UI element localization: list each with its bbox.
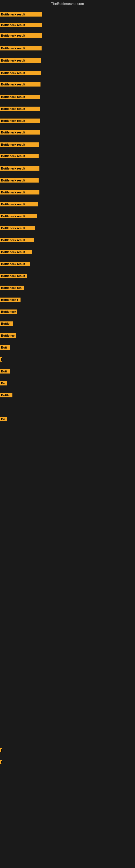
bottleneck-bar-row: Bottleneck result [0,106,40,112]
bottleneck-result-bar: | [0,760,2,764]
bottleneck-bar-row: Bottleneck result [0,130,40,135]
bottleneck-bar-row: Bottleneck result [0,12,42,18]
bottleneck-result-bar: Bottle [0,393,12,397]
bottleneck-bar-row: Bottleneck result [0,33,42,39]
bottleneck-result-bar: Bott [0,345,10,350]
bottleneck-result-bar: Bottleneck result [0,143,39,147]
bottleneck-bar-row: Bottleneck result [0,166,39,172]
bottleneck-result-bar: Bott [0,369,10,373]
bottleneck-bar-row: Bottleneck result [0,95,40,100]
bottleneck-bar-row: Bottleneck result [0,46,42,52]
bottleneck-bar-row: Bottleneck result [0,143,39,148]
bottleneck-bar-row: Bottle [0,393,12,399]
bottleneck-result-bar: Bottleneck result [0,82,41,87]
bottleneck-bar-row: Bottleneck result [0,190,39,195]
bottleneck-result-bar: Bottleneck result [0,274,27,278]
bottleneck-result-bar: | [0,357,2,362]
bottleneck-bar-row: Bottleneck res [0,286,24,291]
bottleneck-result-bar: Bottleneck result [0,238,34,242]
bottleneck-bar-row: | [0,760,2,765]
bottleneck-result-bar: | [0,748,2,752]
bottleneck-result-bar: Bottleneck result [0,190,39,194]
bottleneck-bar-row: Bottleneck result [0,238,34,243]
bottleneck-result-bar: Bottleneck result [0,214,37,218]
bottleneck-result-bar: Bottleneck result [0,130,40,134]
bottleneck-result-bar: Bottleneck result [0,33,42,38]
bottleneck-bar-row: Bottleneck result [0,119,40,124]
bottleneck-bar-row: Bottleneck result [0,214,37,219]
bottleneck-result-bar: Bottleneck result [0,119,40,123]
bottleneck-result-bar: Bottleneck result [0,58,41,63]
bottleneck-result-bar: Bottleneck result [0,226,35,230]
bottleneck-result-bar: Bottleneck result [0,166,39,170]
bottleneck-result-bar: Bottleneck result [0,71,41,75]
bottleneck-bar-row: Bo [0,381,7,386]
bottleneck-bar-row: Bottleneck result [0,178,39,184]
bottleneck-result-bar: Bo [0,381,7,385]
bottleneck-bar-row: Bottleneck r [0,298,20,303]
bottleneck-result-bar: Bottleneck result [0,23,42,27]
bottleneck-bar-row: Bott [0,345,10,351]
bottleneck-result-bar: Bottleneck result [0,106,40,111]
bottleneck-result-bar: Bottleneck result [0,95,40,99]
bottleneck-bar-row: Bottleneck result [0,250,32,255]
bottleneck-bar-row: Bottlenec [0,333,16,339]
bottleneck-bar-row: Bo [0,417,7,422]
bottleneck-result-bar: Bottleneck result [0,262,30,266]
bottleneck-result-bar: Bottleneck [0,310,17,314]
bottleneck-bar-row: Bott [0,369,10,375]
bottleneck-bar-row: Bottleneck result [0,274,27,279]
bottleneck-result-bar: Bottleneck result [0,250,32,254]
bottleneck-bar-row: Bottleneck [0,310,17,315]
bottleneck-result-bar: Bottleneck result [0,46,42,51]
site-title: TheBottlenecker.com [0,0,135,7]
bottleneck-bar-row: Bottleneck result [0,202,38,208]
bottleneck-bar-row: Bottle [0,321,13,327]
bottleneck-result-bar: Bottleneck result [0,178,39,183]
bottleneck-bar-row: Bottleneck result [0,154,39,159]
bottleneck-bar-row: Bottleneck result [0,262,30,267]
bottleneck-result-bar: Bottleneck result [0,154,39,158]
bottleneck-result-bar: Bo [0,417,7,421]
bottleneck-result-bar: Bottleneck result [0,12,42,17]
bottleneck-result-bar: Bottle [0,321,13,326]
bottleneck-bar-row: Bottleneck result [0,23,42,28]
bottleneck-bar-row: | [0,748,2,753]
bottleneck-bar-row: Bottleneck result [0,226,35,231]
bottleneck-result-bar: Bottleneck res [0,286,24,290]
bottleneck-bar-row: | [0,357,2,363]
bottleneck-result-bar: Bottleneck r [0,298,20,302]
bottleneck-result-bar: Bottleneck result [0,202,38,207]
bottleneck-bar-row: Bottleneck result [0,71,41,76]
bottleneck-bar-row: Bottleneck result [0,82,41,88]
bottleneck-result-bar: Bottlenec [0,333,16,338]
bottleneck-bar-row: Bottleneck result [0,58,41,64]
